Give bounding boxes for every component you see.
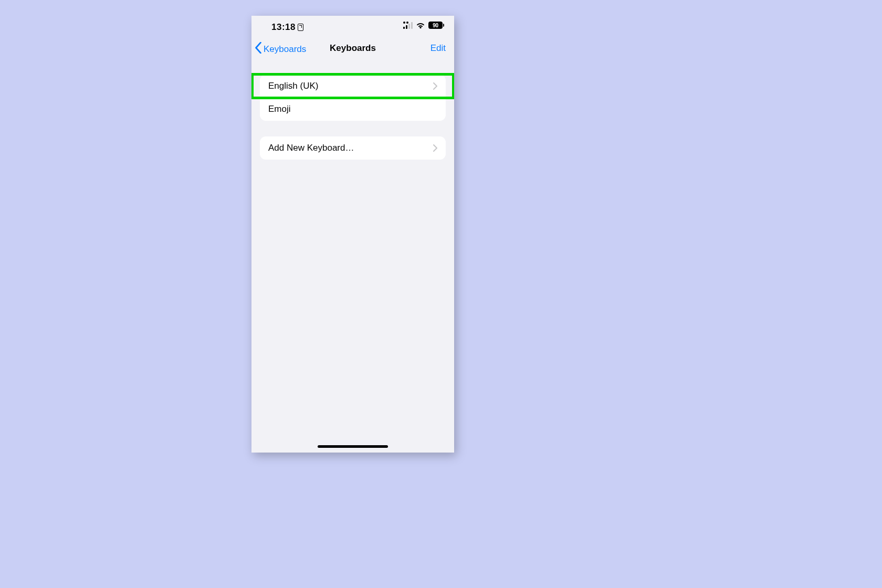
page-title: Keyboards bbox=[251, 43, 454, 54]
list-item-label: Add New Keyboard… bbox=[268, 143, 433, 153]
list-item-label: Emoji bbox=[268, 104, 437, 114]
keyboard-row-english-uk[interactable]: English (UK) bbox=[260, 75, 446, 98]
clock-label: 13:18 bbox=[271, 22, 296, 33]
status-bar: 13:18 90 bbox=[251, 16, 454, 37]
sim-card-icon bbox=[298, 24, 303, 31]
battery-percent: 90 bbox=[433, 23, 438, 28]
battery-icon: 90 bbox=[428, 22, 443, 29]
nav-bar: Keyboards Keyboards Edit bbox=[251, 37, 454, 61]
cellular-signal-icon bbox=[403, 22, 413, 29]
wifi-icon bbox=[416, 22, 425, 29]
keyboards-group: English (UK) Emoji bbox=[260, 75, 446, 121]
home-indicator[interactable] bbox=[318, 445, 388, 448]
phone-frame: 13:18 90 bbox=[251, 16, 454, 453]
chevron-right-icon bbox=[433, 82, 437, 90]
status-time: 13:18 bbox=[271, 22, 303, 33]
add-keyboard-row[interactable]: Add New Keyboard… bbox=[260, 136, 446, 160]
keyboard-row-emoji[interactable]: Emoji bbox=[260, 98, 446, 121]
actions-group: Add New Keyboard… bbox=[260, 136, 446, 160]
chevron-right-icon bbox=[433, 144, 437, 152]
stage: 13:18 90 bbox=[0, 0, 882, 588]
content: English (UK) Emoji Add New Keyboard… bbox=[251, 61, 454, 160]
list-item-label: English (UK) bbox=[268, 81, 433, 91]
status-right: 90 bbox=[403, 22, 443, 29]
edit-button[interactable]: Edit bbox=[430, 43, 446, 54]
